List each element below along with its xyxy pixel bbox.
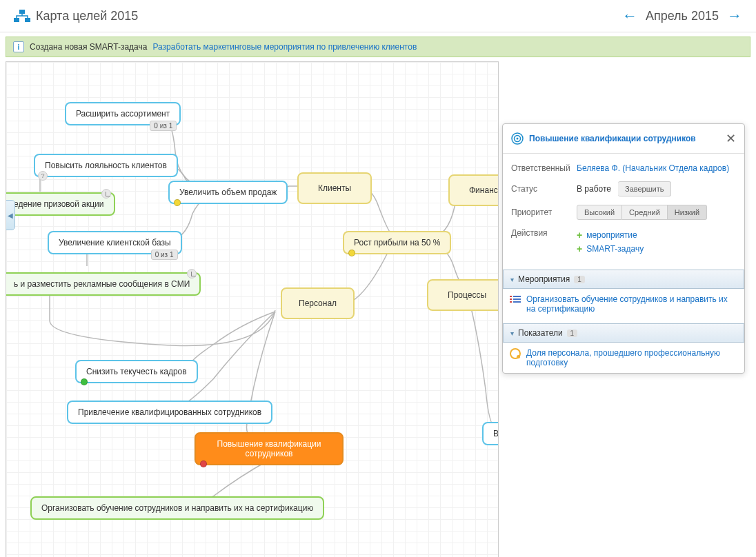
category-node-clients[interactable]: Клиенты bbox=[297, 172, 372, 204]
detail-panel: Повышение квалификации сотрудников ✕ Отв… bbox=[502, 123, 745, 374]
status-value: В работе bbox=[577, 184, 611, 194]
priority-medium-button[interactable]: Средний bbox=[622, 205, 668, 220]
help-icon: ? bbox=[38, 171, 48, 181]
status-indicator bbox=[348, 250, 355, 256]
hierarchy-icon bbox=[14, 10, 30, 22]
indicators-section-header[interactable]: ▾ Показатели 1 bbox=[503, 323, 744, 343]
add-event-link[interactable]: +мероприятие bbox=[577, 228, 736, 242]
svg-rect-9 bbox=[513, 296, 521, 297]
status-indicator bbox=[200, 460, 207, 467]
plus-icon: + bbox=[577, 243, 582, 254]
current-month: Апрель 2015 bbox=[646, 9, 719, 23]
event-node-media[interactable]: ь и разместить рекламные сообщения в СМИ bbox=[6, 272, 201, 296]
indicators-count: 1 bbox=[567, 330, 578, 337]
connector-lines bbox=[6, 62, 499, 557]
chevron-down-icon: ▾ bbox=[510, 276, 514, 283]
goal-node-profit[interactable]: Рост прибыли на 50 % bbox=[343, 231, 451, 254]
priority-buttons: Высокий Средний Низкий bbox=[577, 205, 707, 220]
goal-map-canvas[interactable]: ◀ Расширить ассортимент 0 из 1 Повысить … bbox=[6, 61, 499, 557]
notification-link[interactable]: Разработать маркетинговые мероприятия по… bbox=[152, 42, 417, 52]
event-item: Организовать обучение сотрудников и напр… bbox=[503, 289, 744, 319]
responsible-label: Ответственный bbox=[511, 163, 577, 173]
chevron-down-icon: ▾ bbox=[510, 330, 514, 337]
complete-button[interactable]: Завершить bbox=[618, 181, 671, 196]
category-node-finance[interactable]: Финансы bbox=[448, 174, 499, 206]
close-button[interactable]: ✕ bbox=[726, 131, 736, 146]
event-link[interactable]: Организовать обучение сотрудников и напр… bbox=[526, 294, 737, 314]
plus-icon: + bbox=[577, 230, 582, 241]
indicators-section-title: Показатели bbox=[518, 328, 563, 338]
category-node-personnel[interactable]: Персонал bbox=[281, 287, 355, 319]
status-indicator bbox=[174, 199, 181, 206]
priority-low-button[interactable]: Низкий bbox=[668, 205, 707, 220]
indicator-link[interactable]: Доля персонала, прошедшего профессиональ… bbox=[526, 348, 737, 367]
clock-icon bbox=[101, 189, 111, 199]
next-month-button[interactable]: → bbox=[727, 7, 742, 25]
sidebar-expand-tab[interactable]: ◀ bbox=[6, 200, 15, 230]
actions-label: Действия bbox=[511, 228, 577, 238]
clock-icon bbox=[187, 269, 197, 278]
goal-node-upskilling-selected[interactable]: Повышение квалификации сотрудников bbox=[195, 432, 344, 465]
priority-high-button[interactable]: Высокий bbox=[577, 205, 622, 220]
goal-node-high-partial[interactable]: Высок bbox=[482, 422, 499, 445]
goal-node-loyalty[interactable]: Повысить лояльность клиентов ? bbox=[34, 154, 178, 177]
events-section-header[interactable]: ▾ Мероприятия 1 bbox=[503, 270, 744, 289]
list-icon bbox=[510, 294, 521, 304]
svg-rect-1 bbox=[14, 18, 19, 22]
month-navigator: ← Апрель 2015 → bbox=[622, 7, 742, 25]
gauge-icon bbox=[510, 348, 521, 359]
category-node-processes[interactable]: Процессы bbox=[427, 279, 499, 311]
progress-badge: 0 из 1 bbox=[151, 250, 178, 260]
svg-rect-10 bbox=[513, 298, 521, 300]
indicator-item: Доля персонала, прошедшего профессиональ… bbox=[503, 343, 744, 373]
notification-bar: i Создана новая SMART-задача Разработать… bbox=[6, 37, 750, 57]
responsible-link[interactable]: Беляева Ф. (Начальник Отдела кадров) bbox=[577, 163, 729, 173]
target-icon bbox=[511, 132, 524, 145]
goal-node-assortment[interactable]: Расширить ассортимент 0 из 1 bbox=[65, 102, 181, 125]
events-section-title: Мероприятия bbox=[518, 274, 570, 284]
svg-rect-7 bbox=[510, 298, 512, 300]
event-node-prize[interactable]: едение призовой акции bbox=[6, 192, 115, 216]
notification-text: Создана новая SMART-задача bbox=[30, 42, 147, 52]
priority-label: Приоритет bbox=[511, 207, 577, 217]
svg-rect-11 bbox=[513, 301, 521, 303]
panel-header: Повышение квалификации сотрудников ✕ bbox=[503, 124, 744, 154]
goal-node-client-base[interactable]: Увеличение клиентской базы 0 из 1 bbox=[48, 231, 182, 254]
events-count: 1 bbox=[574, 276, 585, 283]
goal-node-recruiting[interactable]: Привлечение квалифицированных сотруднико… bbox=[67, 401, 272, 424]
goal-node-sales-volume[interactable]: Увеличить объем продаж bbox=[168, 181, 288, 204]
svg-rect-2 bbox=[25, 18, 30, 22]
svg-rect-6 bbox=[510, 296, 512, 297]
status-label: Статус bbox=[511, 184, 577, 194]
status-indicator bbox=[81, 378, 88, 385]
svg-rect-0 bbox=[19, 10, 25, 14]
page-title: Карта целей 2015 bbox=[36, 9, 622, 23]
panel-title: Повышение квалификации сотрудников bbox=[529, 134, 726, 143]
svg-rect-8 bbox=[510, 301, 512, 303]
svg-point-5 bbox=[517, 138, 519, 140]
page-header: Карта целей 2015 ← Апрель 2015 → bbox=[0, 0, 756, 32]
goal-node-turnover[interactable]: Снизить текучесть кадров bbox=[75, 360, 198, 383]
info-icon: i bbox=[13, 41, 24, 52]
add-smart-task-link[interactable]: +SMART-задачу bbox=[577, 242, 736, 256]
progress-badge: 0 из 1 bbox=[150, 121, 177, 131]
prev-month-button[interactable]: ← bbox=[622, 7, 637, 25]
event-node-training[interactable]: Организовать обучение сотрудников и напр… bbox=[30, 496, 324, 520]
